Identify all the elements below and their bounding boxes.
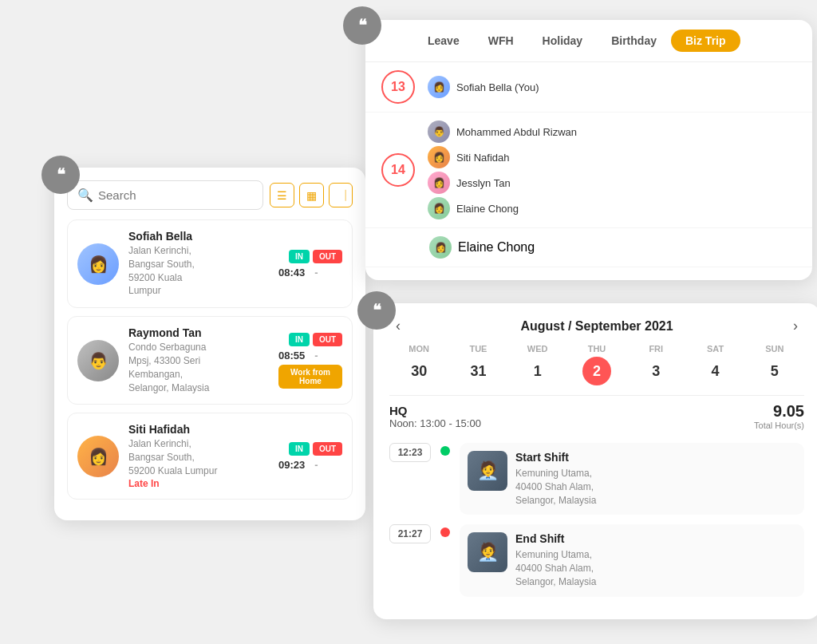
leave-row-14: 14 👨 Mohammed Abdul Rizwan 👩 Siti Nafida…	[365, 113, 812, 228]
left-quote-icon: ❝	[41, 156, 80, 194]
timeline-avatar-start: 🧑‍💼	[468, 451, 507, 491]
timeline-info-start: Start Shift Kemuning Utama,40400 Shah Al…	[515, 451, 796, 507]
emp-info-raymond: Raymond Tan Condo SerbagunaMpsj, 43300 S…	[128, 326, 269, 394]
timeline-card-end: 🧑‍💼 End Shift Kemuning Utama,40400 Shah …	[460, 524, 804, 596]
search-input[interactable]	[98, 188, 253, 202]
timeline-dot-end	[440, 527, 450, 537]
day-label-tue: TUE	[448, 344, 507, 354]
avatar-raymond: 👨	[77, 340, 119, 381]
search-bar: 🔍 ☰ ▦ ⎹	[67, 180, 353, 210]
tab-birthday[interactable]: Birthday	[597, 30, 671, 52]
calendar-hours: 9.05 Total Hour(s)	[754, 402, 804, 430]
day-num-fri[interactable]: 3	[641, 357, 670, 385]
day-badge-14: 14	[381, 153, 415, 187]
list-view-button[interactable]: ☰	[270, 183, 294, 207]
timeline-time-end: 21:27	[389, 524, 431, 543]
time-out-raymond: -	[314, 350, 318, 362]
time-out-siti: -	[314, 459, 318, 471]
emp-name-raymond: Raymond Tan	[128, 326, 269, 339]
leave-person-sofiah: 👩 Sofiah Bella (You)	[428, 76, 796, 98]
search-input-wrapper[interactable]: 🔍	[67, 180, 263, 210]
tab-biztrip[interactable]: Biz Trip	[671, 30, 740, 52]
cal-quote-icon: ❝	[357, 291, 396, 330]
calendar-info-row: HQ Noon: 13:00 - 15:00 9.05 Total Hour(s…	[389, 395, 804, 437]
employee-card-siti[interactable]: 👩 Siti Hafidah Jalan Kerinchi,Bangsar So…	[67, 413, 353, 499]
timeline-title-end: End Shift	[515, 532, 796, 545]
leave-name-jesslyn: Jesslyn Tan	[456, 177, 511, 189]
out-badge-sofiah: OUT	[313, 250, 342, 263]
calendar-title: August / September 2021	[520, 319, 673, 334]
leave-extra-name: Elaine Chong	[458, 240, 535, 255]
out-badge-raymond: OUT	[313, 333, 342, 346]
leave-row-13: 13 👩 Sofiah Bella (You)	[365, 62, 812, 113]
emp-address-raymond: Condo SerbagunaMpsj, 43300 SeriKembangan…	[128, 341, 269, 394]
search-icon: 🔍	[77, 188, 93, 203]
timeline-avatar-end: 🧑‍💼	[468, 532, 507, 572]
bar-view-button[interactable]: ⎹	[329, 183, 353, 207]
cal-next-button[interactable]: ›	[787, 316, 804, 336]
mini-avatar-elaine2: 👩	[429, 236, 452, 259]
emp-address-siti: Jalan Kerinchi,Bangsar South,59200 Kuala…	[128, 437, 269, 477]
hours-number: 9.05	[754, 402, 804, 421]
leave-person-mohammed: 👨 Mohammed Abdul Rizwan	[428, 121, 796, 143]
timeline-item-end: 21:27 🧑‍💼 End Shift Kemuning Utama,40400…	[389, 524, 804, 596]
attendance-panel: 🔍 ☰ ▦ ⎹ 👩 Sofiah Bella Jalan Kerinchi,Ba…	[54, 168, 365, 520]
time-out-sofiah: -	[314, 267, 318, 279]
day-num-sat[interactable]: 4	[701, 357, 730, 385]
leave-name-mohammed: Mohammed Abdul Rizwan	[456, 126, 577, 138]
time-in-siti: 09:23	[278, 459, 305, 471]
mini-avatar-siti-nafidah: 👩	[428, 146, 450, 168]
employee-card-raymond[interactable]: 👨 Raymond Tan Condo SerbagunaMpsj, 43300…	[67, 316, 353, 405]
leave-panel: Leave WFH Holiday Birthday Biz Trip 13 👩…	[365, 20, 812, 280]
out-badge-siti: OUT	[313, 442, 342, 456]
mini-avatar-elaine: 👩	[428, 197, 450, 219]
day-num-wed[interactable]: 1	[523, 357, 552, 385]
leave-avatars-14: 👨 Mohammed Abdul Rizwan 👩 Siti Nafidah 👩…	[428, 121, 796, 219]
leave-person-elaine: 👩 Elaine Chong	[428, 197, 796, 219]
wfh-badge-raymond: Work fromHome	[278, 365, 342, 389]
timeline: 12:23 🧑‍💼 Start Shift Kemuning Utama,404…	[389, 443, 804, 597]
leave-person-siti-nafidah: 👩 Siti Nafidah	[428, 146, 796, 168]
timeline-info-end: End Shift Kemuning Utama,40400 Shah Alam…	[515, 532, 796, 588]
day-label-sat: SAT	[685, 344, 744, 354]
timeline-addr-end: Kemuning Utama,40400 Shah Alam,Selangor,…	[515, 548, 796, 588]
tab-leave[interactable]: Leave	[413, 30, 474, 52]
day-num-thu[interactable]: 2	[582, 357, 611, 385]
day-num-mon[interactable]: 30	[405, 357, 433, 385]
tab-wfh[interactable]: WFH	[474, 30, 528, 52]
day-num-sun[interactable]: 5	[760, 357, 789, 385]
tab-holiday[interactable]: Holiday	[528, 30, 598, 52]
timeline-time-start: 12:23	[389, 443, 431, 462]
day-col-fri: FRI 3	[626, 344, 685, 385]
view-toggle: ☰ ▦ ⎹	[270, 183, 353, 207]
employee-card-sofiah[interactable]: 👩 Sofiah Bella Jalan Kerinchi,Bangsar So…	[67, 219, 353, 308]
day-label-fri: FRI	[626, 344, 685, 354]
avatar-sofiah: 👩	[77, 243, 119, 285]
emp-time-raymond: IN OUT 08:55 - Work fromHome	[278, 333, 342, 389]
grid-view-button[interactable]: ▦	[299, 183, 324, 207]
late-label-siti: Late In	[128, 478, 269, 489]
day-label-wed: WED	[508, 344, 567, 354]
day-col-mon: MON 30	[389, 344, 448, 385]
days-row: MON 30 TUE 31 WED 1 THU 2 FRI 3 SAT 4 SU…	[389, 344, 804, 385]
emp-info-sofiah: Sofiah Bella Jalan Kerinchi,Bangsar Sout…	[128, 230, 269, 298]
tabs-row: Leave WFH Holiday Birthday Biz Trip	[365, 20, 812, 62]
mini-avatar-sofiah: 👩	[428, 76, 450, 98]
in-badge-siti: IN	[289, 442, 310, 456]
calendar-location: HQ Noon: 13:00 - 15:00	[389, 404, 481, 429]
time-range: Noon: 13:00 - 15:00	[389, 417, 481, 429]
timeline-item-start: 12:23 🧑‍💼 Start Shift Kemuning Utama,404…	[389, 443, 804, 515]
in-badge-sofiah: IN	[289, 250, 310, 263]
time-in-sofiah: 08:43	[278, 267, 305, 279]
day-label-mon: MON	[389, 344, 448, 354]
leave-name-siti-nafidah: Siti Nafidah	[456, 152, 509, 164]
leave-person-jesslyn: 👩 Jesslyn Tan	[428, 172, 796, 194]
leave-name-sofiah: Sofiah Bella (You)	[456, 81, 539, 93]
day-num-tue[interactable]: 31	[464, 357, 492, 385]
day-col-sat: SAT 4	[685, 344, 744, 385]
day-col-wed: WED 1	[508, 344, 567, 385]
hours-label: Total Hour(s)	[754, 421, 804, 430]
emp-time-siti: IN OUT 09:23 -	[278, 442, 342, 471]
mini-avatar-jesslyn: 👩	[428, 172, 450, 194]
emp-time-sofiah: IN OUT 08:43 -	[278, 250, 342, 279]
